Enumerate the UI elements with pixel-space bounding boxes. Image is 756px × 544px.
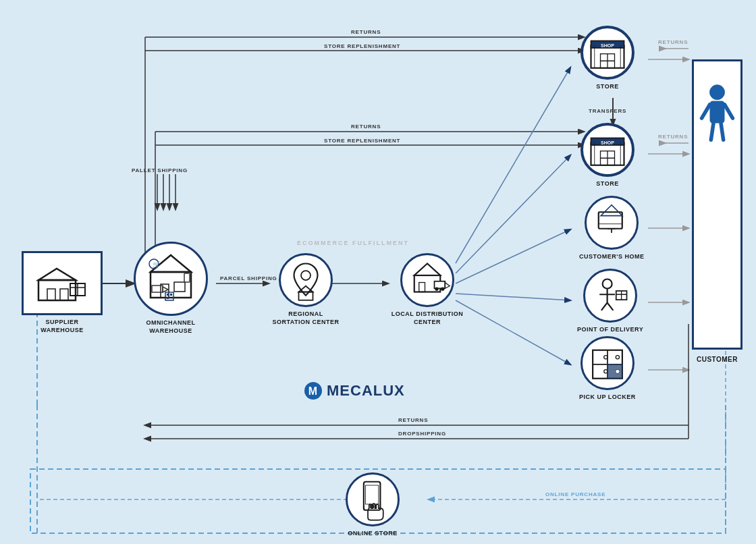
svg-rect-64 (419, 283, 425, 292)
point-of-delivery-node: POINT OF DELIVERY (577, 269, 643, 334)
supplier-warehouse-label: SUPPLIER WAREHOUSE (25, 319, 99, 334)
diagram-container: { "title": "Omnichannel Fulfillment Diag… (0, 0, 756, 544)
svg-marker-62 (414, 264, 441, 276)
returns-store1-label: RETURNS (658, 39, 688, 45)
supplier-warehouse-box (22, 251, 103, 315)
svg-rect-108 (710, 101, 725, 124)
transfers-label: TRANSFERS (589, 108, 626, 114)
customers-home-node: CUSTOMER'S HOME (579, 196, 644, 261)
pickup-locker-node: PICK UP LOCKER (579, 336, 636, 402)
svg-text:M: M (308, 385, 318, 397)
customer-node: CUSTOMER (692, 59, 742, 364)
svg-rect-41 (47, 289, 55, 300)
svg-text:SHOP: SHOP (601, 43, 614, 48)
svg-line-13 (456, 67, 570, 263)
svg-marker-89 (601, 205, 622, 216)
svg-line-16 (456, 294, 570, 300)
svg-marker-40 (38, 269, 76, 280)
regional-circle (279, 253, 333, 307)
omnichannel-circle: 🛒 (134, 242, 208, 316)
customers-home-circle (585, 196, 639, 250)
svg-line-112 (721, 124, 724, 140)
returns-bottom-label: RETURNS (398, 417, 428, 423)
svg-point-68 (441, 288, 444, 291)
store1-label: STORE (596, 83, 618, 91)
omnichannel-warehouse-node: 🛒 OMNICHANNEL WAREHOUSE (134, 242, 208, 335)
store2-node: SHOP STORE (580, 123, 634, 188)
svg-rect-49 (174, 282, 185, 292)
parcel-shipping-label: PARCEL SHIPPING (220, 275, 277, 281)
pickup-locker-label: PICK UP LOCKER (579, 393, 636, 402)
ecommerce-fulfillment-label: ECOMMERCE FULFILLMENT (297, 240, 409, 246)
svg-text:SHOP: SHOP (601, 140, 614, 145)
store-replenishment1-label: STORE REPLENISHMENT (324, 43, 400, 49)
online-purchase-label: ONLINE PURCHASE (545, 491, 605, 497)
regional-label: REGIONAL SORTATION CENTER (269, 310, 343, 326)
svg-line-110 (725, 105, 733, 118)
svg-point-90 (603, 279, 612, 289)
regional-sortation-node: REGIONAL SORTATION CENTER (269, 253, 343, 326)
omnichannel-label: OMNICHANNEL WAREHOUSE (134, 319, 208, 335)
returns2-label: RETURNS (351, 124, 381, 130)
svg-rect-58 (167, 297, 169, 299)
online-store-node: ONLINE STORE (346, 472, 400, 538)
pallet-shipping-label: PALLET SHIPPING (132, 167, 188, 173)
local-distribution-node: LOCAL DISTRIBUTION CENTER (390, 253, 464, 326)
pod-circle (583, 269, 637, 323)
svg-point-103 (616, 356, 619, 359)
svg-line-93 (601, 303, 608, 310)
store-replenishment2-label: STORE REPLENISHMENT (324, 138, 400, 144)
svg-line-17 (456, 300, 570, 364)
svg-rect-42 (60, 289, 68, 300)
customer-rect (692, 59, 742, 350)
svg-rect-65 (435, 281, 446, 289)
svg-line-109 (702, 105, 710, 118)
customers-home-label: CUSTOMER'S HOME (579, 253, 644, 261)
svg-rect-55 (165, 292, 173, 300)
local-distribution-label: LOCAL DISTRIBUTION CENTER (390, 310, 464, 326)
svg-line-111 (711, 124, 713, 140)
svg-line-15 (456, 229, 570, 283)
svg-rect-56 (167, 294, 169, 296)
svg-marker-53 (163, 287, 168, 292)
online-store-circle (346, 472, 400, 526)
svg-rect-114 (366, 485, 379, 504)
store1-node: SHOP STORE (580, 26, 634, 91)
store1-circle: SHOP (580, 26, 634, 80)
locker-circle (580, 336, 634, 390)
returns-store2-label: RETURNS (658, 134, 688, 140)
svg-line-94 (608, 303, 614, 310)
svg-rect-54 (184, 273, 190, 282)
store2-label: STORE (596, 180, 618, 188)
mecalux-text: MECALUX (327, 382, 405, 400)
local-circle (400, 253, 454, 307)
dropshipping-label: DROPSHIPPING (398, 431, 446, 437)
svg-rect-105 (608, 364, 622, 379)
supplier-warehouse-node: SUPPLIER WAREHOUSE (22, 251, 103, 334)
mecalux-logo: M MECALUX (304, 381, 405, 400)
svg-line-14 (456, 155, 570, 273)
svg-point-59 (301, 271, 310, 280)
customer-label: CUSTOMER (697, 355, 738, 364)
svg-text:🛒: 🛒 (153, 261, 161, 269)
pod-label: POINT OF DELIVERY (577, 326, 643, 334)
svg-marker-66 (445, 283, 450, 289)
svg-point-106 (616, 370, 619, 373)
store2-circle: SHOP (580, 123, 634, 177)
online-store-label: ONLINE STORE (348, 530, 397, 538)
svg-point-107 (710, 85, 725, 100)
svg-rect-57 (170, 294, 172, 296)
svg-point-67 (435, 288, 438, 291)
returns1-label: RETURNS (351, 29, 381, 35)
